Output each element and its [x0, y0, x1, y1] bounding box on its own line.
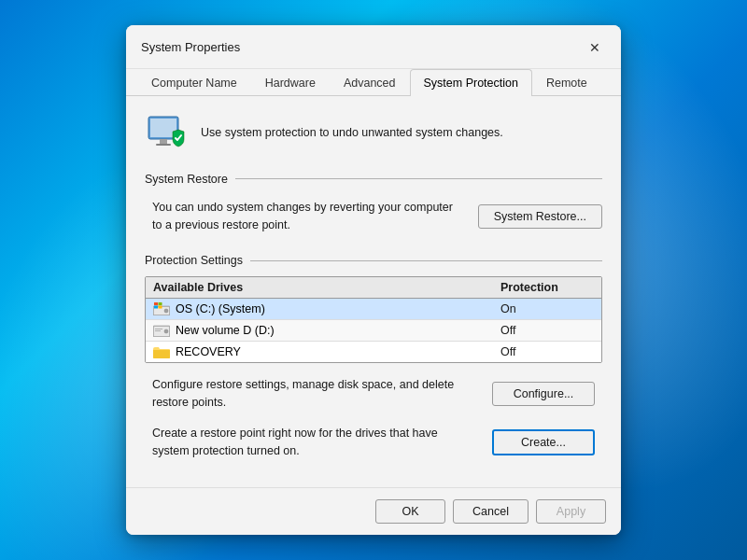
drive-label-c: OS (C:) (System) — [153, 302, 500, 315]
system-drive-icon — [153, 302, 170, 315]
drive-label-recovery: RECOVERY — [153, 345, 500, 358]
system-restore-label: System Restore — [145, 173, 602, 186]
col-drive-header: Available Drives — [153, 281, 500, 294]
drive-name-d: New volume D (D:) — [176, 324, 275, 337]
drive-label-d: New volume D (D:) — [153, 324, 500, 337]
drive-icon-d — [153, 324, 170, 337]
svg-rect-15 — [155, 330, 161, 331]
col-protection-header: Protection — [500, 281, 594, 294]
configure-description: Configure restore settings, manage disk … — [152, 376, 477, 412]
drive-protection-c: On — [500, 302, 594, 315]
svg-point-13 — [164, 329, 168, 333]
configure-button[interactable]: Configure... — [492, 382, 595, 406]
protection-settings-section: Protection Settings Available Drives Pro… — [145, 254, 602, 459]
apply-button[interactable]: Apply — [536, 499, 606, 524]
drive-protection-recovery: Off — [500, 345, 594, 358]
tab-computer-name[interactable]: Computer Name — [137, 69, 251, 96]
svg-rect-3 — [156, 144, 171, 146]
table-row[interactable]: OS (C:) (System) On — [146, 299, 601, 320]
section-divider — [235, 178, 602, 179]
folder-icon-recovery — [153, 345, 170, 358]
cancel-button[interactable]: Cancel — [453, 499, 529, 524]
create-description: Create a restore point right now for the… — [152, 425, 477, 460]
create-section: Create a restore point right now for the… — [145, 425, 602, 460]
content-area: Use system protection to undo unwanted s… — [126, 96, 621, 488]
svg-rect-9 — [154, 306, 158, 309]
header-section: Use system protection to undo unwanted s… — [145, 111, 602, 156]
svg-rect-10 — [159, 306, 162, 309]
svg-rect-7 — [154, 302, 158, 305]
section-divider-2 — [250, 260, 602, 261]
configure-section: Configure restore settings, manage disk … — [145, 376, 602, 412]
drives-table: Available Drives Protection — [145, 276, 602, 363]
svg-rect-2 — [160, 139, 167, 144]
tab-system-protection[interactable]: System Protection — [410, 69, 532, 96]
restore-description: You can undo system changes by reverting… — [152, 199, 463, 234]
table-row[interactable]: New volume D (D:) Off — [146, 320, 601, 342]
drive-name-recovery: RECOVERY — [176, 345, 241, 358]
restore-content: You can undo system changes by reverting… — [145, 195, 602, 238]
ok-button[interactable]: OK — [375, 499, 445, 524]
protection-settings-label: Protection Settings — [145, 254, 602, 267]
drive-protection-d: Off — [500, 324, 594, 337]
create-button[interactable]: Create... — [492, 429, 595, 455]
svg-rect-14 — [155, 329, 162, 329]
dialog-title: System Properties — [141, 40, 240, 54]
tab-remote[interactable]: Remote — [532, 69, 601, 96]
svg-rect-8 — [159, 302, 162, 305]
dialog-footer: OK Cancel Apply — [126, 487, 621, 535]
drives-table-header: Available Drives Protection — [146, 277, 601, 299]
system-protection-icon — [145, 111, 190, 156]
system-restore-button[interactable]: System Restore... — [478, 204, 602, 229]
system-restore-section: System Restore You can undo system chang… — [145, 173, 602, 238]
title-bar: System Properties ✕ — [126, 25, 621, 69]
header-description: Use system protection to undo unwanted s… — [201, 125, 503, 142]
tab-bar: Computer Name Hardware Advanced System P… — [126, 69, 621, 96]
svg-point-6 — [164, 309, 168, 313]
drive-name-c: OS (C:) (System) — [176, 302, 265, 315]
tab-hardware[interactable]: Hardware — [251, 69, 330, 96]
tab-advanced[interactable]: Advanced — [330, 69, 410, 96]
system-properties-dialog: System Properties ✕ Computer Name Hardwa… — [126, 25, 621, 536]
table-row[interactable]: RECOVERY Off — [146, 342, 601, 362]
close-button[interactable]: ✕ — [582, 35, 608, 61]
